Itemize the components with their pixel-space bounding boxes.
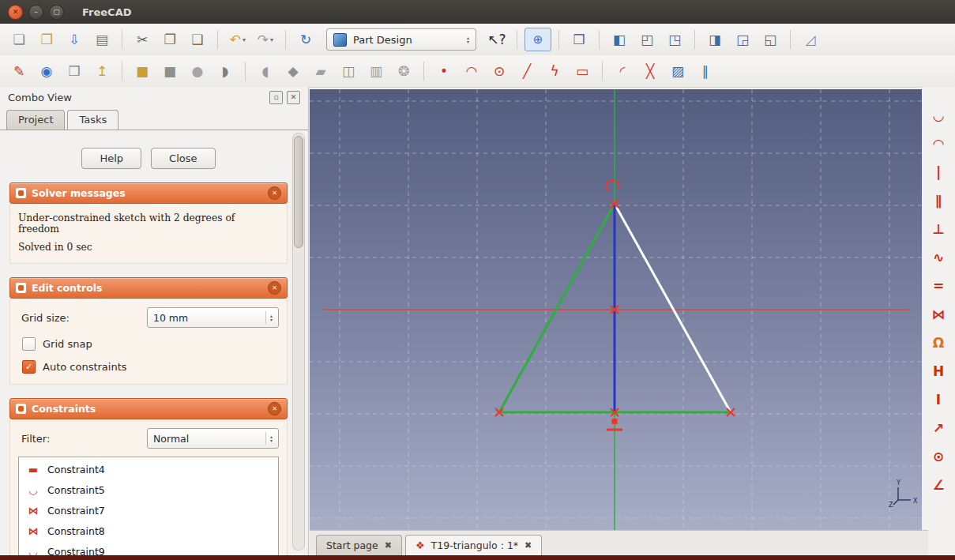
3d-viewport[interactable]: YZX [310, 89, 922, 530]
arc-constraint-marker[interactable] [606, 180, 618, 191]
fit-all-icon[interactable]: ⊕ [524, 28, 551, 51]
map-sketch-icon[interactable]: ❒ [62, 60, 87, 82]
constraint-item[interactable]: ⋈Constraint7 [19, 500, 278, 521]
sketch-line-right-side[interactable] [615, 204, 731, 412]
trim-edge-icon[interactable]: ╳ [637, 60, 663, 82]
constrain-symmetric-icon[interactable]: ⋈ [927, 303, 950, 325]
leave-sketch-icon[interactable]: ↥ [89, 60, 115, 82]
fillet-icon[interactable]: ◖ [253, 60, 278, 82]
tab-close-icon[interactable]: ✖ [385, 540, 392, 551]
constraints-list[interactable]: ▬Constraint4◡Constraint5⋈Constraint7⋈Con… [18, 457, 279, 555]
external-geometry-icon[interactable]: ▨ [665, 60, 690, 82]
create-arc-icon[interactable]: ◠ [459, 60, 484, 82]
groove-icon[interactable]: ◗ [212, 60, 238, 82]
refresh-icon[interactable]: ↻ [293, 28, 318, 51]
constrain-perpendicular-icon[interactable]: ⊥ [927, 218, 950, 240]
constraint-item[interactable]: ▬Constraint4 [19, 459, 278, 479]
constrain-distance-icon[interactable]: ↗ [927, 417, 950, 439]
constrain-point-on-object-icon[interactable]: ◠ [927, 133, 950, 155]
pad-icon[interactable]: ■ [130, 60, 155, 82]
edit-controls-header[interactable]: Edit controls ✕ [9, 277, 288, 299]
linear-pattern-icon[interactable]: ▥ [363, 60, 389, 82]
print-icon[interactable]: ▤ [89, 28, 115, 51]
close-button[interactable]: Close [151, 148, 215, 169]
window-close-button[interactable]: ✕ [8, 5, 23, 20]
bottom-view-icon[interactable]: ◲ [730, 28, 755, 51]
scrollbar-thumb[interactable] [294, 136, 303, 248]
tab-close-icon[interactable]: ✖ [524, 540, 532, 551]
create-circle-icon[interactable]: ⊙ [487, 60, 512, 82]
constrain-coincident-icon[interactable]: ◡ [927, 104, 950, 126]
tab-project[interactable]: Project [6, 110, 65, 130]
rear-view-icon[interactable]: ◨ [702, 28, 728, 51]
create-polyline-icon[interactable]: ϟ [542, 60, 567, 82]
polar-pattern-icon[interactable]: ❂ [391, 60, 416, 82]
collapse-section-icon[interactable]: ✕ [268, 281, 281, 295]
constrain-equal-icon[interactable]: = [927, 275, 950, 297]
dropdown-caret-icon[interactable]: ▾ [243, 36, 246, 43]
draft-icon[interactable]: ▰ [308, 60, 333, 82]
dropdown-caret-icon[interactable]: ▾ [270, 36, 273, 43]
combo-arrows-icon[interactable]: ▴▾ [467, 36, 469, 43]
constraint-item[interactable]: ⋈Constraint8 [19, 521, 278, 541]
auto-constraints-checkbox[interactable]: ✓ [22, 360, 36, 374]
constraint-marker-square[interactable] [612, 419, 618, 424]
undo-icon[interactable]: ↶▾ [225, 28, 250, 51]
axonometric-view-icon[interactable]: ❒ [566, 28, 592, 51]
help-button[interactable]: Help [81, 148, 141, 169]
constrain-lock-icon[interactable]: Ω [927, 332, 950, 354]
sketch-canvas[interactable]: YZX [310, 89, 922, 530]
create-rectangle-icon[interactable]: ▭ [570, 60, 595, 82]
cut-icon[interactable]: ✂ [130, 28, 155, 51]
window-minimize-button[interactable]: – [28, 5, 43, 20]
constrain-horizontal-distance-icon[interactable]: H [927, 360, 950, 382]
spinner-arrows-icon[interactable]: ▴▾ [265, 311, 273, 324]
create-point-icon[interactable]: • [431, 60, 457, 82]
window-maximize-button[interactable]: ▢ [49, 5, 64, 20]
constrain-parallel-icon[interactable]: ∥ [927, 190, 950, 212]
grid-snap-checkbox[interactable] [22, 337, 36, 351]
right-view-icon[interactable]: ◳ [662, 28, 687, 51]
view-sketch-icon[interactable]: ◉ [34, 60, 59, 82]
mirrored-icon[interactable]: ◫ [336, 60, 361, 82]
constraint-item[interactable]: ◡Constraint9 [19, 541, 278, 555]
constraints-header[interactable]: Constraints ✕ [9, 398, 288, 419]
auto-constraints-row[interactable]: ✓ Auto constraints [18, 360, 279, 374]
create-sketch-icon[interactable]: ✎ [6, 60, 32, 82]
sketch-line-left-side[interactable] [499, 204, 615, 412]
tab-start-page[interactable]: Start page ✖ [316, 535, 402, 556]
chamfer-icon[interactable]: ◆ [280, 60, 306, 82]
panel-float-icon[interactable]: ▫ [269, 91, 283, 104]
create-fillet-icon[interactable]: ◜ [610, 60, 635, 82]
toggle-construction-icon[interactable]: ∥ [693, 60, 718, 82]
spinner-arrows-icon[interactable]: ▴▾ [265, 432, 273, 445]
save-document-icon[interactable]: ⇩ [62, 28, 87, 51]
workbench-selector[interactable]: Part Design ▴▾ [326, 28, 476, 51]
open-document-icon[interactable]: ❐ [34, 28, 59, 51]
paste-icon[interactable]: ❑ [185, 28, 210, 51]
panel-close-icon[interactable]: ✕ [287, 91, 300, 104]
grid-snap-row[interactable]: Grid snap [18, 337, 279, 351]
whats-this-icon[interactable]: ↖? [484, 28, 509, 51]
tab-document[interactable]: ❖ T19-triangulo : 1* ✖ [405, 535, 542, 556]
collapse-section-icon[interactable]: ✕ [268, 186, 281, 200]
left-view-icon[interactable]: ◱ [758, 28, 783, 51]
collapse-section-icon[interactable]: ✕ [268, 402, 281, 415]
solver-messages-header[interactable]: Solver messages ✕ [9, 182, 288, 204]
new-document-icon[interactable]: ❏ [6, 28, 32, 51]
top-view-icon[interactable]: ◰ [634, 28, 660, 51]
constrain-vertical-icon[interactable]: | [927, 161, 950, 183]
revolution-icon[interactable]: ● [185, 60, 210, 82]
tab-tasks[interactable]: Tasks [67, 110, 118, 130]
pocket-icon[interactable]: ■ [157, 60, 182, 82]
constrain-tangent-icon[interactable]: ∿ [927, 246, 950, 269]
constrain-radius-icon[interactable]: ⊙ [927, 445, 950, 468]
create-line-icon[interactable]: ╱ [514, 60, 540, 82]
grid-size-combobox[interactable]: 10 mm ▴▾ [147, 307, 279, 328]
filter-combobox[interactable]: Normal ▴▾ [147, 428, 279, 449]
constrain-angle-icon[interactable]: ∠ [927, 474, 950, 496]
panel-scrollbar[interactable] [292, 133, 305, 551]
constrain-vertical-distance-icon[interactable]: I [927, 389, 950, 411]
front-view-icon[interactable]: ◧ [607, 28, 632, 51]
redo-icon[interactable]: ↷▾ [253, 28, 278, 51]
